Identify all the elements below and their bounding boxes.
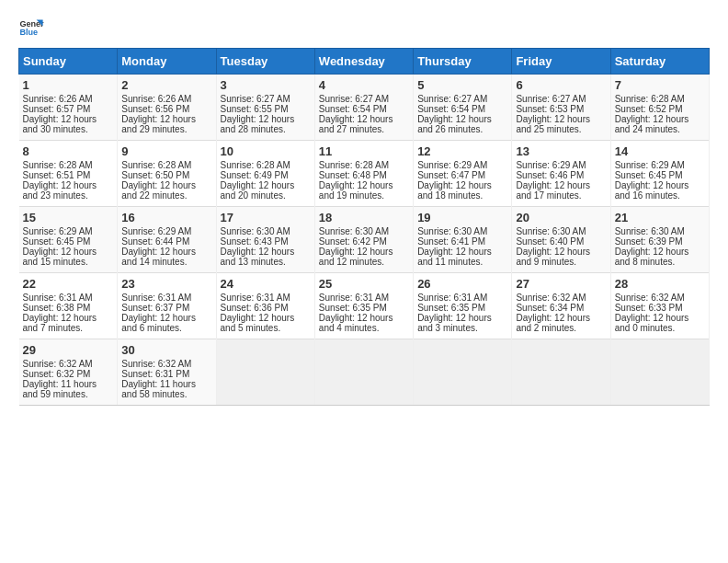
sunset-text: Sunset: 6:35 PM [417, 303, 485, 313]
daylight-text: Daylight: 12 hours and 3 minutes. [417, 313, 492, 333]
logo: General Blue [18, 15, 44, 40]
day-number: 2 [121, 78, 211, 92]
day-number: 1 [23, 78, 114, 92]
day-number: 12 [417, 144, 507, 158]
calendar-cell: 15Sunrise: 6:29 AMSunset: 6:45 PMDayligh… [19, 207, 118, 273]
day-number: 25 [319, 277, 409, 291]
calendar-cell: 13Sunrise: 6:29 AMSunset: 6:46 PMDayligh… [512, 141, 610, 207]
day-number: 6 [516, 78, 606, 92]
daylight-text: Daylight: 12 hours and 2 minutes. [516, 313, 590, 333]
sunrise-text: Sunrise: 6:28 AM [319, 160, 389, 170]
sunrise-text: Sunrise: 6:32 AM [23, 359, 93, 369]
sunset-text: Sunset: 6:44 PM [121, 236, 189, 247]
daylight-text: Daylight: 12 hours and 11 minutes. [417, 247, 492, 267]
calendar-week-row: 1Sunrise: 6:26 AMSunset: 6:57 PMDaylight… [19, 75, 710, 141]
sunset-text: Sunset: 6:57 PM [23, 104, 91, 114]
daylight-text: Daylight: 12 hours and 13 minutes. [221, 247, 295, 267]
sunset-text: Sunset: 6:34 PM [516, 303, 584, 313]
sunrise-text: Sunrise: 6:31 AM [221, 293, 290, 303]
calendar-cell: 9Sunrise: 6:28 AMSunset: 6:50 PMDaylight… [118, 141, 216, 207]
weekday-header-wednesday: Wednesday [314, 49, 413, 75]
daylight-text: Daylight: 12 hours and 17 minutes. [516, 180, 590, 201]
daylight-text: Daylight: 12 hours and 25 minutes. [516, 114, 590, 134]
sunset-text: Sunset: 6:31 PM [121, 369, 189, 379]
sunset-text: Sunset: 6:45 PM [23, 236, 91, 247]
daylight-text: Daylight: 12 hours and 7 minutes. [23, 313, 97, 333]
calendar-cell: 18Sunrise: 6:30 AMSunset: 6:42 PMDayligh… [314, 207, 413, 273]
calendar-cell: 1Sunrise: 6:26 AMSunset: 6:57 PMDaylight… [19, 75, 118, 141]
sunset-text: Sunset: 6:41 PM [417, 236, 485, 247]
day-number: 22 [23, 277, 114, 291]
sunrise-text: Sunrise: 6:29 AM [417, 160, 487, 170]
weekday-header-thursday: Thursday [414, 49, 512, 75]
sunrise-text: Sunrise: 6:28 AM [23, 160, 93, 170]
sunrise-text: Sunrise: 6:28 AM [121, 160, 191, 170]
day-number: 8 [23, 144, 114, 158]
sunrise-text: Sunrise: 6:28 AM [615, 94, 685, 104]
sunset-text: Sunset: 6:42 PM [319, 236, 387, 247]
day-number: 24 [221, 277, 311, 291]
sunset-text: Sunset: 6:55 PM [221, 104, 289, 114]
sunrise-text: Sunrise: 6:29 AM [23, 226, 93, 236]
sunset-text: Sunset: 6:33 PM [615, 303, 683, 313]
sunrise-text: Sunrise: 6:26 AM [23, 94, 93, 104]
sunrise-text: Sunrise: 6:32 AM [516, 293, 586, 303]
daylight-text: Daylight: 12 hours and 24 minutes. [615, 114, 689, 134]
calendar-week-row: 15Sunrise: 6:29 AMSunset: 6:45 PMDayligh… [19, 207, 710, 273]
day-number: 9 [121, 144, 211, 158]
sunset-text: Sunset: 6:46 PM [516, 170, 584, 180]
sunset-text: Sunset: 6:51 PM [23, 170, 91, 180]
day-number: 17 [221, 211, 311, 224]
calendar-cell [314, 339, 413, 406]
calendar-cell: 4Sunrise: 6:27 AMSunset: 6:54 PMDaylight… [314, 75, 413, 141]
sunrise-text: Sunrise: 6:28 AM [221, 160, 290, 170]
daylight-text: Daylight: 12 hours and 8 minutes. [615, 247, 689, 267]
sunrise-text: Sunrise: 6:30 AM [615, 226, 685, 236]
calendar-cell: 29Sunrise: 6:32 AMSunset: 6:32 PMDayligh… [19, 339, 118, 406]
sunrise-text: Sunrise: 6:27 AM [319, 94, 389, 104]
daylight-text: Daylight: 12 hours and 12 minutes. [319, 247, 393, 267]
weekday-header-sunday: Sunday [19, 49, 118, 75]
day-number: 30 [121, 343, 211, 357]
weekday-header-saturday: Saturday [610, 49, 709, 75]
calendar-cell: 26Sunrise: 6:31 AMSunset: 6:35 PMDayligh… [414, 273, 512, 339]
weekday-header-friday: Friday [512, 49, 610, 75]
sunrise-text: Sunrise: 6:30 AM [319, 226, 389, 236]
sunset-text: Sunset: 6:36 PM [221, 303, 289, 313]
day-number: 13 [516, 144, 606, 158]
sunrise-text: Sunrise: 6:31 AM [121, 293, 191, 303]
day-number: 10 [221, 144, 311, 158]
calendar-cell: 6Sunrise: 6:27 AMSunset: 6:53 PMDaylight… [512, 75, 610, 141]
daylight-text: Daylight: 12 hours and 4 minutes. [319, 313, 393, 333]
calendar-cell: 2Sunrise: 6:26 AMSunset: 6:56 PMDaylight… [118, 75, 216, 141]
daylight-text: Daylight: 12 hours and 27 minutes. [319, 114, 393, 134]
weekday-header-tuesday: Tuesday [216, 49, 314, 75]
day-number: 21 [615, 211, 705, 224]
day-number: 4 [319, 78, 409, 92]
sunset-text: Sunset: 6:39 PM [615, 236, 683, 247]
sunrise-text: Sunrise: 6:29 AM [615, 160, 685, 170]
sunset-text: Sunset: 6:56 PM [121, 104, 189, 114]
sunset-text: Sunset: 6:48 PM [319, 170, 387, 180]
sunrise-text: Sunrise: 6:31 AM [417, 293, 487, 303]
day-number: 15 [23, 211, 114, 224]
sunrise-text: Sunrise: 6:27 AM [221, 94, 290, 104]
sunrise-text: Sunrise: 6:29 AM [121, 226, 191, 236]
weekday-header-monday: Monday [118, 49, 216, 75]
sunset-text: Sunset: 6:43 PM [221, 236, 289, 247]
sunrise-text: Sunrise: 6:26 AM [121, 94, 191, 104]
daylight-text: Daylight: 12 hours and 15 minutes. [23, 247, 97, 267]
daylight-text: Daylight: 12 hours and 5 minutes. [221, 313, 295, 333]
day-number: 5 [417, 78, 507, 92]
sunset-text: Sunset: 6:54 PM [417, 104, 485, 114]
daylight-text: Daylight: 11 hours and 59 minutes. [23, 379, 97, 399]
day-number: 14 [615, 144, 705, 158]
calendar-cell: 24Sunrise: 6:31 AMSunset: 6:36 PMDayligh… [216, 273, 314, 339]
sunset-text: Sunset: 6:49 PM [221, 170, 289, 180]
sunset-text: Sunset: 6:37 PM [121, 303, 189, 313]
calendar-cell: 10Sunrise: 6:28 AMSunset: 6:49 PMDayligh… [216, 141, 314, 207]
calendar-body: 1Sunrise: 6:26 AMSunset: 6:57 PMDaylight… [19, 75, 710, 406]
day-number: 3 [221, 78, 311, 92]
svg-text:Blue: Blue [19, 28, 38, 37]
day-number: 11 [319, 144, 409, 158]
